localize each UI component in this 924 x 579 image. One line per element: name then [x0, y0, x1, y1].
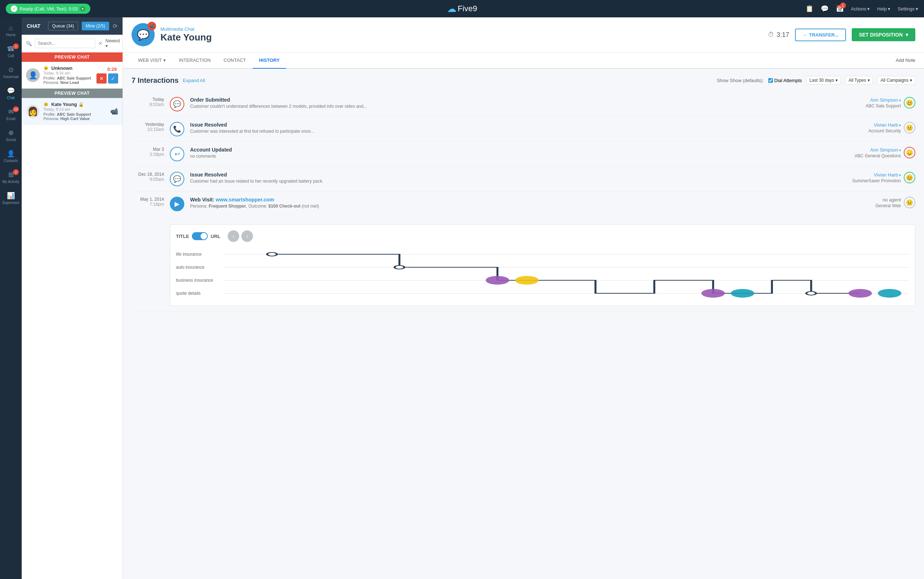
sidebar-item-label-voicemail: Voicemail: [3, 75, 19, 79]
sidebar-item-chat[interactable]: 💬 Chat: [1, 83, 21, 103]
interaction-icon-4: 💬: [170, 172, 184, 186]
history-content: 7 Interactions Expand All Show Show (def…: [123, 69, 924, 579]
agent-name-2[interactable]: Vivian Harb: [869, 122, 901, 128]
journey-prev-button[interactable]: ‹: [228, 231, 239, 242]
left-nav: ⌂ Home ☎ 1 Call ⊙ Voicemail 💬 Chat ✉ 13 …: [0, 17, 22, 579]
interaction-body-2: Issue Resolved Customer was interested a…: [190, 122, 852, 134]
logo-text: Five9: [458, 4, 477, 13]
sidebar-item-supervisor[interactable]: 📊 Supervisor: [1, 188, 21, 208]
interaction-item-5: May 1, 2014 7:18pm ▶ Web Visit: www.smar…: [132, 192, 915, 311]
set-disposition-button[interactable]: SET DISPOSITION ▾: [852, 28, 915, 41]
avatar-unknown: 👤: [26, 68, 40, 82]
chat-item-kate[interactable]: 👩 😊 Kate Young 🔒 Today, 9:13 am Profile:…: [22, 98, 122, 125]
set-disposition-dropdown-icon: ▾: [906, 32, 908, 38]
web-visit-journey: TITLE URL ‹ ›: [170, 224, 915, 306]
web-visit-link[interactable]: www.smartshopper.com: [216, 197, 274, 203]
sidebar-item-call[interactable]: ☎ 1 Call: [1, 41, 21, 62]
interactions-count: 7 Interactions: [132, 76, 179, 85]
tab-history[interactable]: HISTORY: [253, 52, 286, 69]
sidebar-item-label-social: Social: [6, 138, 16, 142]
voicemail-icon: ⊙: [8, 66, 14, 74]
last-30-days-dropdown[interactable]: Last 30 days ▾: [806, 76, 841, 85]
add-note-button[interactable]: Add Note: [896, 57, 915, 63]
sort-dropdown[interactable]: Newest ▾: [106, 38, 120, 49]
sentiment-happy-icon: 😊: [43, 102, 49, 107]
settings-menu[interactable]: Settings ▾: [898, 6, 918, 11]
interaction-item-2: Yesterday 10:15am 📞 Issue Resolved Custo…: [132, 117, 915, 142]
sidebar-item-voicemail[interactable]: ⊙ Voicemail: [1, 62, 21, 82]
interaction-icon-5: ▶: [170, 197, 184, 211]
tab-web-visit[interactable]: WEB VISIT ▾: [132, 52, 173, 69]
all-campaigns-dropdown[interactable]: All Campaigns ▾: [877, 76, 915, 85]
update-interaction-icon: ↩: [174, 150, 180, 158]
chat-nav-icon: 💬: [7, 87, 15, 95]
sidebar-item-home[interactable]: ⌂ Home: [1, 20, 21, 41]
phone-interaction-icon: 📞: [173, 125, 181, 133]
preview-chat-header-1: PREVIEW CHAT: [22, 52, 122, 62]
sidebar-item-contacts[interactable]: 👤 Contacts: [1, 146, 21, 166]
chat-item-unknown[interactable]: 👤 😐 Unknown Today, 9:16 am Profile: ABC …: [22, 62, 122, 88]
email-badge: 13: [13, 106, 19, 112]
show-label: Show Show (defaults):: [717, 78, 764, 83]
avatar-kate: 👩: [26, 105, 40, 118]
web-visit-dropdown-icon: ▾: [163, 57, 166, 63]
sidebar-item-activity[interactable]: ⊞ 2 My Activity: [1, 167, 21, 187]
sidebar-item-label-home: Home: [6, 33, 16, 37]
all-types-dropdown[interactable]: All Types ▾: [845, 76, 873, 85]
journey-row-business-insurance: business insurance: [176, 274, 909, 287]
sidebar-item-label-call: Call: [8, 54, 14, 58]
tab-interaction[interactable]: INTERACTION: [173, 52, 217, 69]
chat-icon[interactable]: 💬: [821, 5, 829, 13]
actions-menu[interactable]: Actions ▾: [851, 6, 870, 11]
main-content: 💬 📹 Multimedia Chat Kate Young ⏱ 3:17 → …: [123, 17, 924, 579]
ready-dropdown-arrow[interactable]: ▾: [80, 7, 85, 11]
sidebar-item-social[interactable]: ⊕ Social: [1, 125, 21, 146]
expand-all-link[interactable]: Expand All: [183, 78, 205, 83]
transfer-button[interactable]: → TRANSFER...: [795, 29, 846, 41]
toggle-switch[interactable]: [192, 232, 208, 240]
search-clear-icon[interactable]: ✕: [98, 41, 103, 46]
ready-status-badge[interactable]: ✓ Ready (Call, VM, Text) 0:03 ▾: [6, 3, 90, 14]
chat-header-controls: ⏱ 3:17 → TRANSFER... SET DISPOSITION ▾: [768, 28, 915, 41]
refresh-button[interactable]: ⟳: [113, 23, 117, 29]
mine-tab-button[interactable]: Mine (2/5): [81, 22, 109, 30]
help-menu[interactable]: Help ▾: [877, 6, 890, 11]
agent-name-3[interactable]: Ann Simpson: [855, 147, 901, 153]
url-label: URL: [211, 234, 220, 239]
interaction-date-3: Mar 3 3:39pm: [132, 147, 164, 157]
agent-name-1[interactable]: Ann Simpson: [866, 97, 901, 103]
no-agent-label: no agent: [875, 197, 901, 203]
actions-dropdown-icon: ▾: [867, 6, 870, 11]
interaction-right-4: Vivian Harb SummerSaver Promotion 😊: [852, 172, 915, 183]
top-bar-right: 📋 💬 📅 1 Actions ▾ Help ▾ Settings ▾: [805, 5, 918, 13]
journey-row-auto-insurance: auto insurance: [176, 261, 909, 274]
chat-panel-header: CHAT Queue (34) Mine (2/5) ⟳: [22, 17, 122, 35]
all-types-dropdown-icon: ▾: [868, 78, 870, 83]
chat-name-kate: Kate Young: [51, 101, 77, 107]
chat-search-bar: 🔍 ✕ Newest ▾: [22, 35, 122, 52]
agent-name-4[interactable]: Vivian Harb: [852, 172, 901, 178]
chat-timer-unknown: 0:29: [108, 67, 117, 72]
dial-attempts-checkbox[interactable]: [768, 78, 773, 83]
sidebar-item-email[interactable]: ✉ 13 Email: [1, 104, 21, 124]
chat-subtitle: Multimedia Chat: [160, 26, 762, 32]
interaction-body-4: Issue Resolved Customer had an issue rel…: [190, 172, 846, 184]
supervisor-icon: 📊: [7, 192, 15, 200]
chat-header-avatar: 💬 📹: [132, 23, 155, 46]
journey-next-button[interactable]: ›: [241, 231, 253, 242]
queue-tab-button[interactable]: Queue (34): [48, 22, 78, 30]
reject-button-unknown[interactable]: ✕: [96, 74, 107, 83]
chat-time-unknown: Today, 9:16 am: [43, 71, 93, 75]
notepad-icon[interactable]: 📋: [805, 5, 813, 13]
accept-button-unknown[interactable]: ✓: [108, 74, 118, 83]
tab-contact[interactable]: CONTACT: [217, 52, 253, 69]
search-input[interactable]: [35, 39, 95, 48]
campaign-3: ABC General Questions: [855, 153, 901, 159]
calendar-icon[interactable]: 📅 1: [836, 5, 844, 13]
dial-attempts-filter[interactable]: Dial Attempts: [768, 78, 802, 83]
interaction-icon-1: 💬: [170, 97, 184, 111]
chat-panel-title: CHAT: [27, 23, 44, 29]
campaign-2: Account Security: [869, 128, 901, 133]
show-controls: Show Show (defaults): Dial Attempts Last…: [717, 76, 915, 85]
chat-bubble-icon: 💬: [137, 29, 150, 41]
